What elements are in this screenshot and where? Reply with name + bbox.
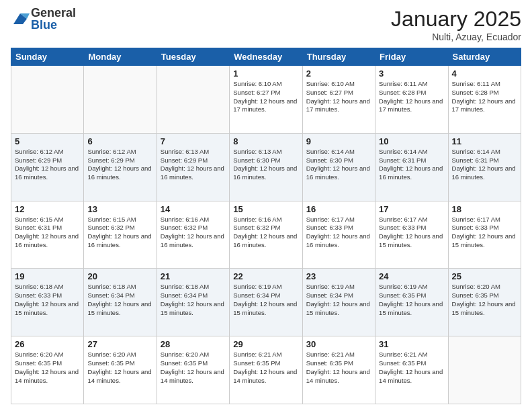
day-number: 14 [161,204,226,214]
day-info: Sunrise: 6:20 AM Sunset: 6:35 PM Dayligh… [87,351,152,385]
col-sunday: Sunday [11,48,84,66]
day-info: Sunrise: 6:16 AM Sunset: 6:32 PM Dayligh… [161,216,226,250]
day-info: Sunrise: 6:21 AM Sunset: 6:35 PM Dayligh… [233,351,298,385]
logo: General Blue [11,7,76,31]
day-info: Sunrise: 6:17 AM Sunset: 6:33 PM Dayligh… [452,216,517,250]
col-thursday: Thursday [302,48,375,66]
col-monday: Monday [84,48,157,66]
col-tuesday: Tuesday [157,48,229,66]
table-row: 28Sunrise: 6:20 AM Sunset: 6:35 PM Dayli… [157,336,229,404]
day-info: Sunrise: 6:20 AM Sunset: 6:35 PM Dayligh… [15,351,80,385]
day-info: Sunrise: 6:14 AM Sunset: 6:30 PM Dayligh… [306,148,371,182]
table-row: 31Sunrise: 6:21 AM Sunset: 6:35 PM Dayli… [375,336,448,404]
day-info: Sunrise: 6:18 AM Sunset: 6:33 PM Dayligh… [15,283,80,317]
table-row: 4Sunrise: 6:11 AM Sunset: 6:28 PM Daylig… [448,66,521,134]
table-row: 19Sunrise: 6:18 AM Sunset: 6:33 PM Dayli… [11,269,84,336]
table-row: 7Sunrise: 6:13 AM Sunset: 6:29 PM Daylig… [157,133,229,201]
table-row: 8Sunrise: 6:13 AM Sunset: 6:30 PM Daylig… [230,133,302,201]
col-wednesday: Wednesday [230,48,302,66]
table-row: 18Sunrise: 6:17 AM Sunset: 6:33 PM Dayli… [448,201,521,269]
table-row: 11Sunrise: 6:14 AM Sunset: 6:31 PM Dayli… [448,133,521,201]
calendar-week-row: 19Sunrise: 6:18 AM Sunset: 6:33 PM Dayli… [11,269,521,336]
day-number: 3 [379,68,444,79]
day-info: Sunrise: 6:15 AM Sunset: 6:32 PM Dayligh… [87,216,152,250]
day-info: Sunrise: 6:13 AM Sunset: 6:30 PM Dayligh… [233,148,298,182]
day-number: 24 [379,271,444,281]
day-info: Sunrise: 6:12 AM Sunset: 6:29 PM Dayligh… [15,148,80,182]
logo-general: General [31,7,76,19]
header: General Blue January 2025 Nulti, Azuay, … [11,7,521,42]
table-row [157,66,229,134]
table-row [84,66,157,134]
day-info: Sunrise: 6:10 AM Sunset: 6:27 PM Dayligh… [233,80,298,114]
day-number: 6 [87,136,152,146]
day-info: Sunrise: 6:10 AM Sunset: 6:27 PM Dayligh… [306,80,371,114]
day-info: Sunrise: 6:14 AM Sunset: 6:31 PM Dayligh… [379,148,444,182]
day-info: Sunrise: 6:21 AM Sunset: 6:35 PM Dayligh… [379,351,444,385]
day-info: Sunrise: 6:17 AM Sunset: 6:33 PM Dayligh… [306,216,371,250]
logo-text: General Blue [31,7,76,31]
col-saturday: Saturday [448,48,521,66]
day-number: 27 [87,339,152,349]
table-row: 26Sunrise: 6:20 AM Sunset: 6:35 PM Dayli… [11,336,84,404]
day-number: 31 [379,339,444,349]
day-number: 26 [15,339,80,349]
table-row: 24Sunrise: 6:19 AM Sunset: 6:35 PM Dayli… [375,269,448,336]
day-number: 13 [87,204,152,214]
day-number: 28 [161,339,226,349]
table-row: 12Sunrise: 6:15 AM Sunset: 6:31 PM Dayli… [11,201,84,269]
day-number: 8 [233,136,298,146]
table-row: 5Sunrise: 6:12 AM Sunset: 6:29 PM Daylig… [11,133,84,201]
table-row: 23Sunrise: 6:19 AM Sunset: 6:34 PM Dayli… [302,269,375,336]
day-number: 1 [233,68,298,79]
day-info: Sunrise: 6:11 AM Sunset: 6:28 PM Dayligh… [379,80,444,114]
day-number: 30 [306,339,371,349]
day-info: Sunrise: 6:13 AM Sunset: 6:29 PM Dayligh… [161,148,226,182]
day-number: 9 [306,136,371,146]
table-row: 1Sunrise: 6:10 AM Sunset: 6:27 PM Daylig… [230,66,302,134]
day-info: Sunrise: 6:15 AM Sunset: 6:31 PM Dayligh… [15,216,80,250]
table-row: 30Sunrise: 6:21 AM Sunset: 6:35 PM Dayli… [302,336,375,404]
day-number: 21 [161,271,226,281]
month-title: January 2025 [391,7,521,32]
day-info: Sunrise: 6:11 AM Sunset: 6:28 PM Dayligh… [452,80,517,114]
logo-blue: Blue [31,19,76,31]
calendar-table: Sunday Monday Tuesday Wednesday Thursday… [11,48,521,404]
day-number: 20 [87,271,152,281]
table-row: 17Sunrise: 6:17 AM Sunset: 6:33 PM Dayli… [375,201,448,269]
day-number: 23 [306,271,371,281]
table-row [448,336,521,404]
table-row: 16Sunrise: 6:17 AM Sunset: 6:33 PM Dayli… [302,201,375,269]
day-number: 4 [452,68,517,79]
table-row: 3Sunrise: 6:11 AM Sunset: 6:28 PM Daylig… [375,66,448,134]
day-info: Sunrise: 6:16 AM Sunset: 6:32 PM Dayligh… [233,216,298,250]
day-info: Sunrise: 6:12 AM Sunset: 6:29 PM Dayligh… [87,148,152,182]
day-info: Sunrise: 6:21 AM Sunset: 6:35 PM Dayligh… [306,351,371,385]
day-number: 12 [15,204,80,214]
day-number: 22 [233,271,298,281]
day-number: 7 [161,136,226,146]
day-info: Sunrise: 6:18 AM Sunset: 6:34 PM Dayligh… [87,283,152,317]
table-row: 29Sunrise: 6:21 AM Sunset: 6:35 PM Dayli… [230,336,302,404]
col-friday: Friday [375,48,448,66]
day-number: 16 [306,204,371,214]
logo-icon [11,9,30,28]
day-number: 18 [452,204,517,214]
table-row: 22Sunrise: 6:19 AM Sunset: 6:34 PM Dayli… [230,269,302,336]
table-row: 25Sunrise: 6:20 AM Sunset: 6:35 PM Dayli… [448,269,521,336]
table-row [11,66,84,134]
table-row: 13Sunrise: 6:15 AM Sunset: 6:32 PM Dayli… [84,201,157,269]
page: General Blue January 2025 Nulti, Azuay, … [0,0,532,411]
day-number: 2 [306,68,371,79]
calendar-header-row: Sunday Monday Tuesday Wednesday Thursday… [11,48,521,66]
table-row: 20Sunrise: 6:18 AM Sunset: 6:34 PM Dayli… [84,269,157,336]
day-number: 29 [233,339,298,349]
table-row: 2Sunrise: 6:10 AM Sunset: 6:27 PM Daylig… [302,66,375,134]
table-row: 6Sunrise: 6:12 AM Sunset: 6:29 PM Daylig… [84,133,157,201]
day-number: 15 [233,204,298,214]
day-info: Sunrise: 6:14 AM Sunset: 6:31 PM Dayligh… [452,148,517,182]
day-number: 19 [15,271,80,281]
calendar-week-row: 26Sunrise: 6:20 AM Sunset: 6:35 PM Dayli… [11,336,521,404]
calendar-week-row: 12Sunrise: 6:15 AM Sunset: 6:31 PM Dayli… [11,201,521,269]
table-row: 10Sunrise: 6:14 AM Sunset: 6:31 PM Dayli… [375,133,448,201]
